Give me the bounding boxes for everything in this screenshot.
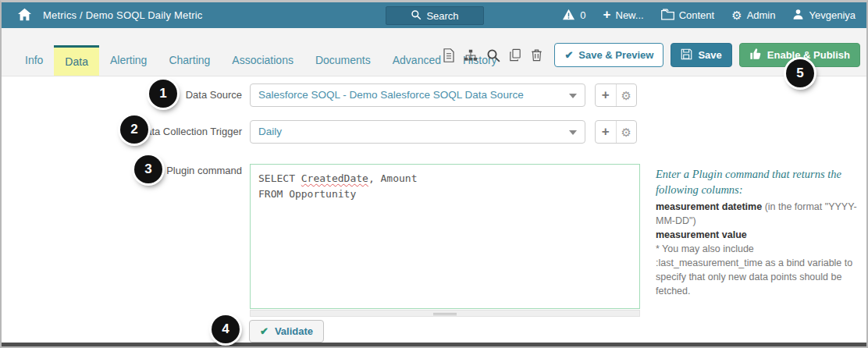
content-menu[interactable]: Content xyxy=(661,9,715,23)
trigger-actions: + ⚙ xyxy=(595,120,637,144)
app-window: Metrics / Demo SOQL Daily Metric Search … xyxy=(0,0,868,348)
admin-menu[interactable]: ⚙ Admin xyxy=(731,9,775,21)
grip-icon xyxy=(433,312,457,316)
step-badge-5: 5 xyxy=(786,59,814,87)
data-source-label: Data Source xyxy=(16,89,242,101)
gear-icon: ⚙ xyxy=(621,126,631,138)
tool-icon-group xyxy=(443,48,542,62)
enable-publish-label: Enable & Publish xyxy=(767,49,850,61)
copy-icon[interactable] xyxy=(509,48,522,62)
admin-label: Admin xyxy=(747,9,776,21)
tab-charting[interactable]: Charting xyxy=(158,45,221,76)
search-label: Search xyxy=(426,10,458,22)
window-bottom-edge xyxy=(2,343,866,346)
help-title: Enter a Plugin command that returns the … xyxy=(656,166,863,198)
trash-icon[interactable] xyxy=(531,48,542,62)
search-icon xyxy=(411,9,422,23)
breadcrumb: Metrics / Demo SOQL Daily Metric xyxy=(43,9,203,21)
tab-info[interactable]: Info xyxy=(14,45,54,76)
help-item-value: measurement value xyxy=(656,228,863,242)
gear-icon: ⚙ xyxy=(731,9,742,21)
plus-icon: + xyxy=(602,88,610,101)
save-preview-button[interactable]: ✔ Save & Preview xyxy=(554,43,663,67)
plugin-command-label: Plugin command xyxy=(16,165,242,176)
step-badge-3: 3 xyxy=(134,155,162,183)
alert-count: 0 xyxy=(580,9,585,21)
help-term-value: measurement value xyxy=(656,229,747,240)
plugin-command-editor[interactable]: SELECT CreatedDate, AmountFROM Opportuni… xyxy=(250,164,640,309)
tab-data[interactable]: Data xyxy=(54,45,99,76)
home-icon xyxy=(17,8,32,23)
add-data-source-button[interactable]: + xyxy=(596,84,616,106)
help-pane: Enter a Plugin command that returns the … xyxy=(656,166,863,298)
content-label: Content xyxy=(679,9,715,21)
save-button[interactable]: Save xyxy=(671,43,731,67)
plus-icon: + xyxy=(602,125,610,138)
check-icon: ✔ xyxy=(260,325,269,337)
code-line1-prefix: SELECT xyxy=(258,172,301,184)
check-icon: ✔ xyxy=(564,49,573,61)
top-right-menu: 0 + New... Content ⚙ Admin Yevgeniya xyxy=(562,2,856,28)
data-source-select[interactable]: Salesforce SOQL - Demo Salesforce SOQL D… xyxy=(250,83,585,107)
chevron-down-icon xyxy=(569,94,577,98)
step-badge-4: 4 xyxy=(212,315,240,343)
step-badge-2: 2 xyxy=(120,115,148,144)
user-menu[interactable]: Yevgeniya xyxy=(792,9,856,23)
edit-data-source-button[interactable]: ⚙ xyxy=(616,84,637,106)
edit-trigger-button[interactable]: ⚙ xyxy=(616,121,637,143)
help-note: * You may also include :last_measurement… xyxy=(656,242,863,299)
thumbs-up-icon xyxy=(749,48,762,62)
validate-button[interactable]: ✔ Validate xyxy=(249,320,324,343)
tab-advanced[interactable]: Advanced xyxy=(382,45,452,76)
document-icon[interactable] xyxy=(443,48,455,62)
new-menu[interactable]: + New... xyxy=(603,9,644,21)
new-label: New... xyxy=(616,9,644,21)
alerts-indicator[interactable]: 0 xyxy=(562,9,585,23)
save-preview-label: Save & Preview xyxy=(578,49,653,61)
folder-icon xyxy=(661,9,674,23)
top-navigation-bar: Metrics / Demo SOQL Daily Metric Search … xyxy=(2,2,866,28)
trigger-select[interactable]: Daily xyxy=(250,120,585,144)
editor-resize-handle[interactable] xyxy=(250,310,640,317)
gear-icon: ⚙ xyxy=(621,90,631,101)
add-trigger-button[interactable]: + xyxy=(596,121,616,143)
step-badge-1: 1 xyxy=(149,80,177,108)
plus-icon: + xyxy=(603,8,611,21)
user-icon xyxy=(792,9,804,23)
code-line2: FROM Opportunity xyxy=(258,188,356,200)
tab-associations[interactable]: Associations xyxy=(221,45,304,76)
chevron-down-icon xyxy=(569,130,577,135)
code-misspelled-word: CreatedDate xyxy=(301,172,368,184)
help-term-datetime: measurement datetime xyxy=(656,201,762,212)
search-button[interactable]: Search xyxy=(386,6,484,25)
home-button[interactable] xyxy=(17,8,32,23)
data-source-actions: + ⚙ xyxy=(595,83,637,107)
zoom-icon[interactable] xyxy=(486,48,500,62)
save-label: Save xyxy=(698,49,721,61)
help-item-datetime: measurement datetime (in the format "YYY… xyxy=(656,200,863,228)
data-source-value: Salesforce SOQL - Demo Salesforce SOQL D… xyxy=(258,89,524,101)
validate-label: Validate xyxy=(275,325,313,337)
tab-documents[interactable]: Documents xyxy=(304,45,382,76)
sitemap-icon[interactable] xyxy=(464,49,478,62)
code-line1-suffix: , Amount xyxy=(368,172,418,184)
tab-alerting[interactable]: Alerting xyxy=(99,45,158,76)
floppy-icon xyxy=(681,48,692,62)
warning-triangle-icon xyxy=(562,9,575,23)
trigger-value: Daily xyxy=(258,126,282,137)
user-label: Yevgeniya xyxy=(809,9,856,21)
